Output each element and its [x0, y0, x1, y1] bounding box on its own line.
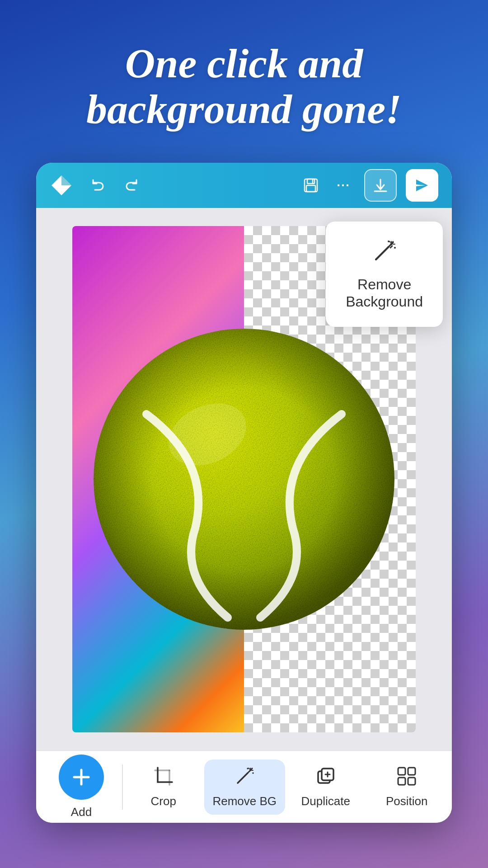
- canvas-area: Remove Background: [36, 208, 452, 750]
- svg-line-12: [390, 246, 392, 248]
- add-button[interactable]: [59, 755, 104, 800]
- crop-label: Crop: [151, 794, 176, 808]
- crop-icon: [153, 766, 174, 790]
- tool-remove-bg[interactable]: Remove BG: [204, 760, 286, 815]
- svg-rect-40: [408, 768, 415, 775]
- send-button[interactable]: [406, 169, 438, 202]
- position-label: Position: [386, 794, 428, 808]
- svg-rect-42: [408, 778, 415, 785]
- tool-duplicate[interactable]: Duplicate: [285, 761, 366, 813]
- svg-rect-3: [307, 179, 314, 184]
- duplicate-icon: [315, 766, 336, 790]
- download-button[interactable]: [364, 169, 397, 202]
- save-button[interactable]: [299, 174, 323, 197]
- add-label: Add: [71, 805, 92, 819]
- svg-point-29: [253, 772, 254, 774]
- tool-position[interactable]: Position: [366, 761, 448, 813]
- svg-point-14: [394, 247, 396, 249]
- svg-rect-4: [306, 185, 315, 192]
- remove-bg-label: Remove BG: [212, 794, 277, 808]
- svg-line-33: [251, 768, 252, 769]
- context-menu-label: Remove Background: [346, 276, 423, 311]
- app-card: ···: [36, 163, 452, 823]
- duplicate-label: Duplicate: [301, 794, 350, 808]
- remove-bg-icon: [234, 766, 255, 790]
- headline-line2: background gone!: [86, 86, 402, 132]
- context-menu: Remove Background: [326, 222, 443, 327]
- svg-rect-41: [398, 778, 405, 785]
- svg-line-26: [238, 773, 248, 783]
- bottom-bar: Add Crop: [36, 750, 452, 823]
- app-logo: [50, 174, 73, 197]
- svg-rect-39: [398, 768, 405, 775]
- undo-button[interactable]: [87, 174, 110, 197]
- svg-marker-6: [416, 179, 428, 191]
- more-button[interactable]: ···: [332, 174, 355, 197]
- svg-point-8: [94, 329, 394, 630]
- svg-line-19: [389, 241, 390, 242]
- redo-button[interactable]: [119, 174, 143, 197]
- svg-line-34: [249, 768, 249, 769]
- svg-line-18: [392, 241, 393, 242]
- headline: One click and background gone!: [0, 0, 488, 159]
- svg-line-10: [376, 247, 389, 259]
- tool-crop[interactable]: Crop: [123, 761, 204, 813]
- headline-line1: One click and: [125, 40, 363, 86]
- context-menu-icon: [371, 238, 398, 269]
- svg-marker-1: [61, 175, 71, 185]
- toolbar: ···: [36, 163, 452, 208]
- tennis-ball-image: [81, 316, 407, 642]
- position-icon: [396, 766, 417, 790]
